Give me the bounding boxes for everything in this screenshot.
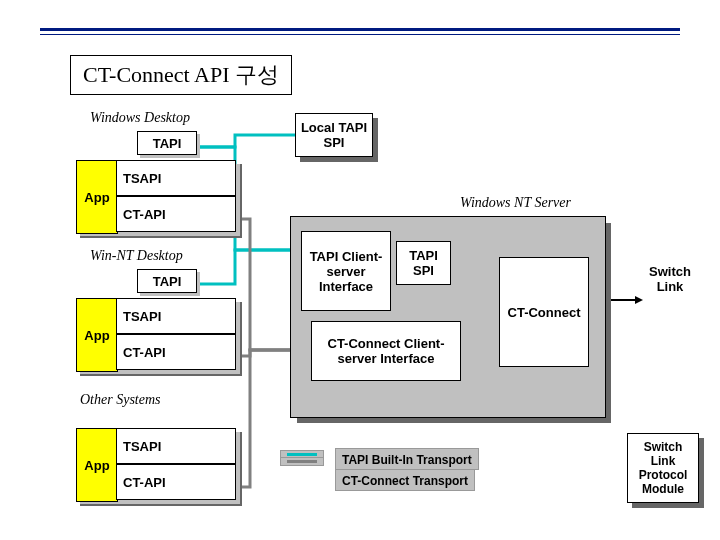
label-winnt-server: Windows NT Server [460,195,571,211]
page-title: CT-Connect API 구성 [70,55,292,95]
ct-cs-interface-box: CT-Connect Client-server Interface [311,321,461,381]
label-winnt-desktop: Win-NT Desktop [90,248,183,264]
app-box-1: App [76,160,118,234]
tapi-box-shadow-2: TAPI [140,272,200,296]
stack-winnt-desktop: App TSAPI CT-API [80,302,242,376]
app-box-2: App [76,298,118,372]
tsapi-box-3: TSAPI [116,428,236,464]
header-rule-thin [40,34,680,35]
tapi-box-1: TAPI [137,131,197,155]
app-box-3: App [76,428,118,502]
ct-connect-box: CT-Connect [499,257,589,367]
stack-windows-desktop: App TSAPI CT-API [80,164,242,238]
local-tapi-spi-box: Local TAPI SPI [295,113,373,157]
label-windows-desktop: Windows Desktop [90,110,190,126]
tapi-cs-interface-box: TAPI Client-server Interface [301,231,391,311]
legend [280,450,324,466]
ctapi-box-3: CT-API [116,464,236,500]
ctapi-box-2: CT-API [116,334,236,370]
tapi-box-shadow-1: TAPI [140,134,200,158]
stack-other-systems: App TSAPI CT-API [80,432,242,506]
server-panel: TAPI Client-server Interface TAPI SPI CT… [290,216,606,418]
tapi-box-2: TAPI [137,269,197,293]
legend-ct-transport: CT-Connect Transport [342,474,468,488]
header-rule-thick [40,28,680,31]
ctapi-box-1: CT-API [116,196,236,232]
switch-module-box: Switch Link Protocol Module [627,433,699,503]
label-other-systems: Other Systems [80,392,161,408]
tsapi-box-1: TSAPI [116,160,236,196]
legend-swatch-ct [287,460,317,463]
legend-tapi-transport: TAPI Built-In Transport [342,453,472,467]
legend-swatch-tapi [287,453,317,456]
tsapi-box-2: TSAPI [116,298,236,334]
svg-marker-0 [635,296,643,304]
tapi-spi-box: TAPI SPI [396,241,451,285]
switch-link-label: Switch Link [640,264,700,294]
